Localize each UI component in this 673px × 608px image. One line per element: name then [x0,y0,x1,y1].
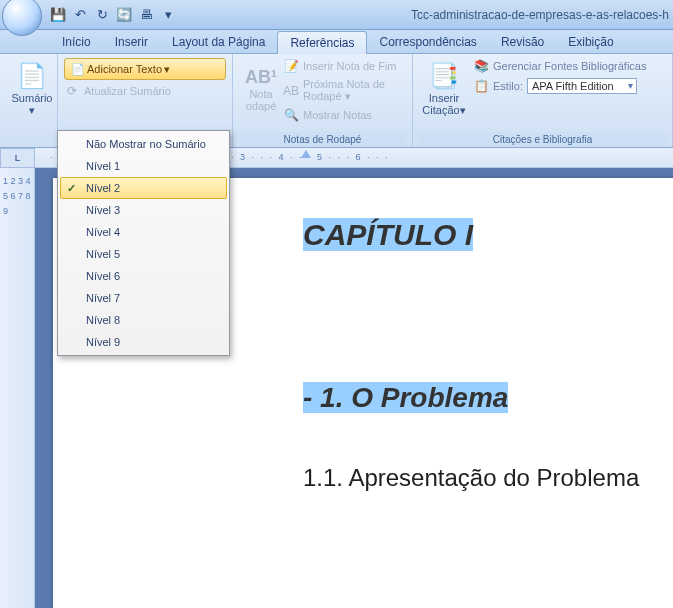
ribbon-tabs: Início Inserir Layout da Página Referênc… [0,30,673,54]
citation-icon: 📑 [429,62,459,90]
endnote-icon: 📝 [283,58,299,74]
manage-sources-icon: 📚 [473,58,489,74]
citation-l1: Inserir [429,92,460,104]
dropdown-item[interactable]: Nível 9 [60,331,227,353]
dropdown-item-label: Nível 3 [86,204,120,216]
heading-level-1[interactable]: - 1. O Problema [303,382,508,413]
style-combo[interactable]: APA Fifth Edition [527,78,637,94]
tab-layout[interactable]: Layout da Página [160,31,277,53]
dropdown-item-label: Nível 6 [86,270,120,282]
next-footnote-icon: AB [283,83,299,99]
dropdown-item-label: Nível 8 [86,314,120,326]
add-text-label: Adicionar Texto [87,63,162,75]
redo-icon[interactable]: ↻ [94,7,110,23]
footnotes-group-label: Notas de Rodapé [239,132,406,147]
tab-inserir[interactable]: Inserir [103,31,160,53]
footnote-icon: AB¹ [245,67,277,88]
dropdown-item-label: Nível 1 [86,160,120,172]
dropdown-item-label: Nível 5 [86,248,120,260]
footnote-l1: Nota [249,88,272,100]
update-icon: ⟳ [64,83,80,99]
citation-l2: Citação▾ [422,104,465,117]
next-footnote-button[interactable]: AB Próxima Nota de Rodapé ▾ [283,76,406,105]
dropdown-item-label: Não Mostrar no Sumário [86,138,206,150]
add-text-dropdown: Não Mostrar no SumárioNível 1✓Nível 2Nív… [57,130,230,356]
group-sumario: 📄 Sumário ▾ [0,54,58,147]
dropdown-item-label: Nível 7 [86,292,120,304]
sumario-label: Sumário [12,92,53,104]
tab-exibicao[interactable]: Exibição [556,31,625,53]
dropdown-item-label: Nível 9 [86,336,120,348]
window-title: Tcc-administracao-de-empresas-e-as-relac… [411,8,673,22]
style-row: 📋 Estilo: APA Fifth Edition [473,76,666,96]
ribbon: 📄 Sumário ▾ 📄 Adicionar Texto ▾ ⟳ Atuali… [0,54,673,148]
tab-referencias[interactable]: Referências [277,31,367,54]
group-citations: 📑 Inserir Citação▾ 📚 Gerenciar Fontes Bi… [413,54,673,147]
toc-icon: 📄 [17,62,47,90]
show-notes-icon: 🔍 [283,107,299,123]
show-notes-button[interactable]: 🔍 Mostrar Notas [283,105,406,125]
tab-inicio[interactable]: Início [50,31,103,53]
dropdown-item[interactable]: Nível 8 [60,309,227,331]
undo-icon[interactable]: ↶ [72,7,88,23]
add-text-button[interactable]: 📄 Adicionar Texto ▾ [64,58,226,80]
dropdown-item[interactable]: Nível 7 [60,287,227,309]
sumario-button[interactable]: 📄 Sumário ▾ [6,56,58,122]
insert-citation-button[interactable]: 📑 Inserir Citação▾ [419,56,469,122]
dropdown-item[interactable]: Nível 4 [60,221,227,243]
heading-level-2[interactable]: 1.1. Apresentação do Problema [303,464,639,491]
dropdown-item[interactable]: Não Mostrar no Sumário [60,133,227,155]
next-footnote-label: Próxima Nota de Rodapé ▾ [303,78,406,103]
tab-revisao[interactable]: Revisão [489,31,556,53]
manage-sources-label: Gerenciar Fontes Bibliográficas [493,60,646,72]
print-icon[interactable]: 🖶 [138,7,154,23]
chapter-heading[interactable]: CAPÍTULO I [303,218,473,251]
insert-footnote-button[interactable]: AB¹ Nota odapé [239,56,283,122]
title-bar: 💾 ↶ ↻ 🔄 🖶 ▾ Tcc-administracao-de-empresa… [0,0,673,30]
save-icon[interactable]: 💾 [50,7,66,23]
manage-sources-button[interactable]: 📚 Gerenciar Fontes Bibliográficas [473,56,666,76]
dropdown-item[interactable]: Nível 6 [60,265,227,287]
ruler-v-marks: 1 2 3 4 5 6 7 8 9 [3,174,34,219]
dropdown-item-label: Nível 2 [86,182,120,194]
style-label: Estilo: [493,80,523,92]
vertical-ruler[interactable]: 1 2 3 4 5 6 7 8 9 [0,168,35,608]
dropdown-item-label: Nível 4 [86,226,120,238]
citations-group-label: Citações e Bibliografia [419,132,666,147]
tab-correspondencias[interactable]: Correspondências [367,31,488,53]
indent-marker[interactable] [301,150,311,158]
refresh-icon[interactable]: 🔄 [116,7,132,23]
endnote-label: Inserir Nota de Fim [303,60,397,72]
dropdown-item[interactable]: Nível 1 [60,155,227,177]
show-notes-label: Mostrar Notas [303,109,372,121]
update-sumario-button[interactable]: ⟳ Atualizar Sumário [64,81,226,101]
dropdown-item[interactable]: ✓Nível 2 [60,177,227,199]
ruler-corner-button[interactable]: L [0,148,35,168]
dropdown-item[interactable]: Nível 5 [60,243,227,265]
office-button[interactable] [2,0,42,36]
style-icon: 📋 [473,78,489,94]
chevron-down-icon: ▾ [29,104,35,117]
footnote-l2: odapé [246,100,277,112]
qat-more-icon[interactable]: ▾ [160,7,176,23]
update-sumario-label: Atualizar Sumário [84,85,171,97]
dropdown-item[interactable]: Nível 3 [60,199,227,221]
quick-access-toolbar: 💾 ↶ ↻ 🔄 🖶 ▾ [50,7,176,23]
insert-endnote-button[interactable]: 📝 Inserir Nota de Fim [283,56,406,76]
group-footnotes: AB¹ Nota odapé 📝 Inserir Nota de Fim AB … [233,54,413,147]
add-text-icon: 📄 [71,63,85,76]
check-icon: ✓ [67,182,76,195]
chevron-down-icon: ▾ [164,63,170,76]
